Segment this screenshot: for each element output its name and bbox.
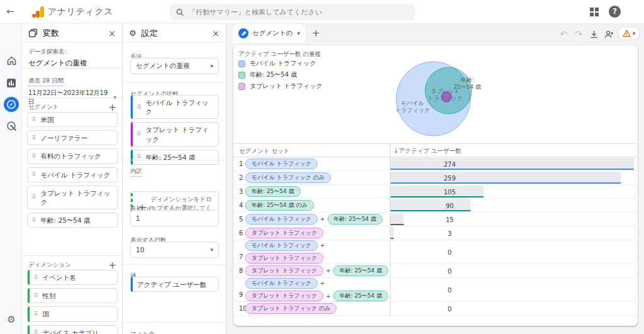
- dimension-chip[interactable]: ⠿イベント名: [27, 270, 118, 285]
- segment-pill: 年齢: 25〜54 歳: [245, 186, 301, 197]
- segment-chip[interactable]: ⠿タブレット トラフィック: [27, 186, 118, 209]
- add-tab-button[interactable]: +: [312, 28, 320, 39]
- table-row[interactable]: 1モバイル トラフィック274: [233, 157, 638, 171]
- nav-advertising-icon[interactable]: [5, 120, 18, 132]
- segments-section-label: セグメント: [28, 103, 59, 113]
- drag-handle-icon[interactable]: ⠿: [137, 131, 142, 137]
- column-header-active-users[interactable]: ↓アクティブ ユーザー数: [394, 147, 462, 155]
- search-input[interactable]: [189, 8, 409, 16]
- search-box[interactable]: [170, 4, 415, 20]
- tab-label: セグメントの...: [252, 29, 293, 38]
- comparison-segment-chip[interactable]: ⠿年齢: 25〜54 歳: [130, 150, 219, 165]
- dimension-chip[interactable]: ⠿国: [27, 306, 118, 321]
- active-users-value: 0: [428, 305, 472, 312]
- legend-label: モバイル トラフィック: [250, 59, 316, 68]
- grid-square: [590, 8, 594, 11]
- nav-home-icon[interactable]: [5, 54, 18, 67]
- tab-segment-overlap[interactable]: セグメントの... ▾: [233, 24, 305, 43]
- analytics-logo-icon[interactable]: [31, 5, 45, 19]
- segment-chip-label: 米国: [41, 115, 113, 124]
- error-status-button[interactable]: ▾: [618, 26, 640, 40]
- divider: [22, 97, 122, 98]
- drag-handle-icon[interactable]: ⠿: [32, 218, 36, 223]
- pill-line: タブレット トラフィック のみ: [245, 303, 390, 314]
- drag-handle-icon[interactable]: ⠿: [32, 135, 36, 141]
- table-row[interactable]: 7モバイル トラフィック+タブレット トラフィック0: [233, 240, 638, 264]
- legend-swatch: [238, 83, 245, 90]
- comparison-segment-chip[interactable]: ⠿タブレット トラフィック: [130, 122, 219, 146]
- row-number: 4: [233, 199, 245, 212]
- table-row[interactable]: 10タブレット トラフィック のみ0: [233, 302, 638, 316]
- divider: [123, 160, 226, 160]
- segment-chip[interactable]: ⠿ノーリファラー: [27, 130, 118, 145]
- table-row[interactable]: 6タブレット トラフィック3: [233, 226, 638, 240]
- close-icon[interactable]: ×: [212, 28, 219, 38]
- comparison-segment-chip[interactable]: ⠿モバイル トラフィック: [130, 95, 219, 119]
- legend-swatch: [238, 60, 245, 67]
- drag-handle-icon[interactable]: ⠿: [32, 194, 36, 200]
- metric-chip[interactable]: アクティブ ユーザー数: [130, 277, 219, 292]
- plus-separator: +: [320, 216, 325, 222]
- table-row[interactable]: 2モバイル トラフィック のみ259: [233, 171, 638, 185]
- pill-line: タブレット トラフィック: [245, 228, 390, 238]
- breakdown-label: 内訳: [130, 167, 142, 177]
- nav-reports-icon[interactable]: [5, 77, 18, 89]
- table-row[interactable]: 4年齢: 25〜54 歳 のみ90: [233, 199, 638, 213]
- pill-line: モバイル トラフィック: [245, 159, 390, 169]
- warning-triangle-icon: [623, 30, 631, 37]
- active-users-cell: 90: [390, 199, 638, 212]
- technique-select[interactable]: セグメントの重複 ▾: [130, 58, 219, 74]
- download-icon[interactable]: [588, 28, 599, 40]
- back-arrow-icon[interactable]: ←: [6, 6, 14, 17]
- table-row[interactable]: 3年齢: 25〜54 歳105: [233, 185, 638, 199]
- column-header-segment-set[interactable]: セグメント セット: [239, 147, 290, 155]
- row-count-select[interactable]: 10 ▾: [130, 242, 219, 258]
- main-area: セグメントの... ▾ + ↶ ↷ ▾ アクティブ ユーザー数 の重複 モバイル…: [226, 24, 644, 334]
- settings-gear-icon: ⚙: [129, 28, 136, 38]
- nav-explore-icon[interactable]: [4, 97, 19, 112]
- pill-line: 年齢: 25〜54 歳: [245, 186, 390, 197]
- drag-handle-icon[interactable]: ⠿: [34, 293, 38, 299]
- drag-handle-icon[interactable]: ⠿: [32, 172, 36, 177]
- drag-handle-icon[interactable]: ⠿: [34, 330, 38, 334]
- drag-handle-icon[interactable]: ⠿: [32, 153, 36, 159]
- segment-pill: 年齢: 25〜54 歳: [333, 265, 389, 276]
- value-bar: [391, 227, 394, 239]
- segment-chip[interactable]: ⠿モバイル トラフィック: [27, 167, 118, 182]
- redo-icon[interactable]: ↷: [573, 28, 584, 40]
- segment-pill: モバイル トラフィック: [245, 240, 318, 251]
- edit-pencil-icon: [238, 28, 248, 38]
- segment-set-cell: モバイル トラフィック+年齢: 25〜54 歳: [245, 213, 390, 226]
- settings-panel-header: ⚙ 設定 ×: [123, 24, 226, 43]
- dimension-chip[interactable]: ⠿デバイス カテゴリ: [27, 325, 118, 334]
- segment-set-cell: 年齢: 25〜54 歳: [245, 185, 390, 198]
- drag-handle-icon[interactable]: ⠿: [34, 311, 38, 317]
- plus-separator: +: [320, 242, 325, 248]
- drag-handle-icon[interactable]: ⠿: [137, 104, 142, 110]
- drag-handle-icon[interactable]: ⠿: [34, 275, 38, 281]
- segment-chip[interactable]: ⠿有料のトラフィック: [27, 148, 118, 164]
- close-icon[interactable]: ×: [108, 28, 116, 38]
- help-icon[interactable]: ?: [609, 6, 621, 18]
- drag-handle-icon[interactable]: ⠿: [32, 117, 36, 123]
- apps-grid-icon[interactable]: [590, 8, 599, 16]
- table-row[interactable]: 5モバイル トラフィック+年齢: 25〜54 歳15: [233, 213, 638, 226]
- exploration-name-value[interactable]: セグメントの重複: [28, 58, 87, 68]
- segment-chip[interactable]: ⠿米国: [27, 112, 118, 127]
- segment-chip-label: モバイル トラフィック: [41, 170, 113, 179]
- share-user-icon[interactable]: [603, 28, 614, 40]
- segment-set-cell: タブレット トラフィック のみ: [245, 302, 390, 315]
- start-row-input[interactable]: [130, 210, 219, 226]
- admin-gear-icon[interactable]: ⚙: [5, 313, 18, 326]
- table-body: 1モバイル トラフィック2742モバイル トラフィック のみ2593年齢: 25…: [233, 157, 638, 316]
- segment-pill: モバイル トラフィック のみ: [245, 172, 331, 183]
- undo-icon[interactable]: ↶: [558, 28, 569, 40]
- segment-chip[interactable]: ⠿年齢: 25〜54 歳: [27, 213, 118, 228]
- dimension-chip[interactable]: ⠿性別: [27, 288, 118, 303]
- drag-handle-icon[interactable]: ⠿: [137, 154, 142, 160]
- table-row[interactable]: 8タブレット トラフィック+年齢: 25〜54 歳0: [233, 264, 638, 278]
- table-row[interactable]: 9モバイル トラフィック+タブレット トラフィック+年齢: 25〜54 歳0: [233, 278, 638, 302]
- segment-set-cell: モバイル トラフィック のみ: [245, 171, 390, 184]
- segment-pill: モバイル トラフィック: [245, 159, 318, 169]
- value-bar: [391, 213, 404, 225]
